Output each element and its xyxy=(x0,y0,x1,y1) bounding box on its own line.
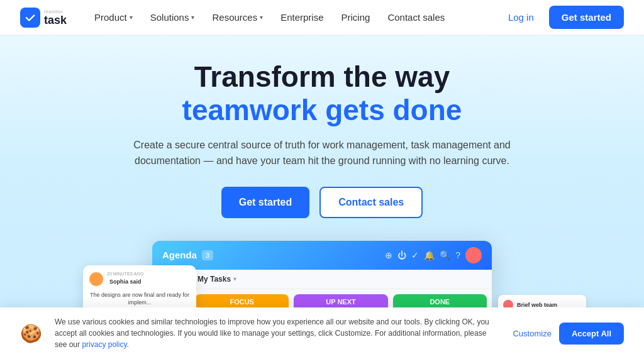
hero-contact-sales-button[interactable]: Contact sales xyxy=(319,187,423,218)
tasks-chevron: ▾ xyxy=(233,275,236,282)
cookie-actions: Customize Accept All xyxy=(513,323,624,345)
hero-buttons: Get started Contact sales xyxy=(20,187,624,218)
hero-title-line1: Transform the way teamwork gets done xyxy=(20,60,624,127)
get-started-nav-button[interactable]: Get started xyxy=(549,6,624,29)
nav-links: Product ▾ Solutions ▾ Resources ▾ Enterp… xyxy=(87,7,501,28)
login-button[interactable]: Log in xyxy=(501,7,541,28)
avatar xyxy=(89,272,103,286)
power-icon: ⏻ xyxy=(397,250,406,260)
hero-get-started-button[interactable]: Get started xyxy=(221,187,309,218)
bell-icon: 🔔 xyxy=(424,250,435,260)
hero-title-line2: teamwork gets done xyxy=(182,94,462,126)
plus-icon: ⊕ xyxy=(385,250,392,260)
cookie-text: We use various cookies and similar techn… xyxy=(55,316,500,350)
search-icon: 🔍 xyxy=(440,250,450,260)
navbar: monitor task Product ▾ Solutions ▾ Resou… xyxy=(0,0,644,35)
logo[interactable]: monitor task xyxy=(20,8,67,28)
cookie-icon: 🍪 xyxy=(20,323,42,344)
app-header-left: Agenda 3 xyxy=(162,250,213,260)
chevron-down-icon: ▾ xyxy=(260,14,263,21)
user-avatar xyxy=(465,247,482,263)
app-header: Agenda 3 ⊕ ⏻ ✓ 🔔 🔍 ? xyxy=(152,241,492,270)
customize-button[interactable]: Customize xyxy=(513,329,551,338)
cookie-banner: 🍪 We use various cookies and similar tec… xyxy=(0,307,644,359)
nav-resources[interactable]: Resources ▾ xyxy=(204,7,270,28)
chat-username: Sophia said xyxy=(107,279,143,285)
privacy-policy-link[interactable]: privacy policy. xyxy=(82,340,128,349)
logo-icon xyxy=(20,8,40,28)
agenda-badge: 3 xyxy=(202,250,213,260)
nav-pricing[interactable]: Pricing xyxy=(334,7,378,28)
nav-enterprise[interactable]: Enterprise xyxy=(273,7,331,28)
logo-text: monitor task xyxy=(44,9,67,26)
accept-all-button[interactable]: Accept All xyxy=(559,323,624,345)
chevron-down-icon: ▾ xyxy=(130,14,133,21)
nav-actions: Log in Get started xyxy=(501,6,624,29)
tasks-header: My Tasks ▾ xyxy=(190,270,492,289)
agenda-title: Agenda xyxy=(162,250,197,260)
chevron-down-icon: ▾ xyxy=(191,14,194,21)
chat-timestamp: 20 MINUTES AGO xyxy=(107,272,143,276)
my-tasks-label: My Tasks xyxy=(197,275,231,284)
logo-name: task xyxy=(44,14,67,26)
chat-message: The designs are now final and ready for … xyxy=(89,291,190,307)
nav-contact[interactable]: Contact sales xyxy=(380,7,452,28)
nav-solutions[interactable]: Solutions ▾ xyxy=(143,7,203,28)
nav-product[interactable]: Product ▾ xyxy=(87,7,140,28)
hero-subtitle: Create a secure central source of truth … xyxy=(133,137,511,169)
help-icon: ? xyxy=(455,250,460,260)
app-header-right: ⊕ ⏻ ✓ 🔔 🔍 ? xyxy=(385,247,482,263)
check-icon: ✓ xyxy=(411,250,419,260)
